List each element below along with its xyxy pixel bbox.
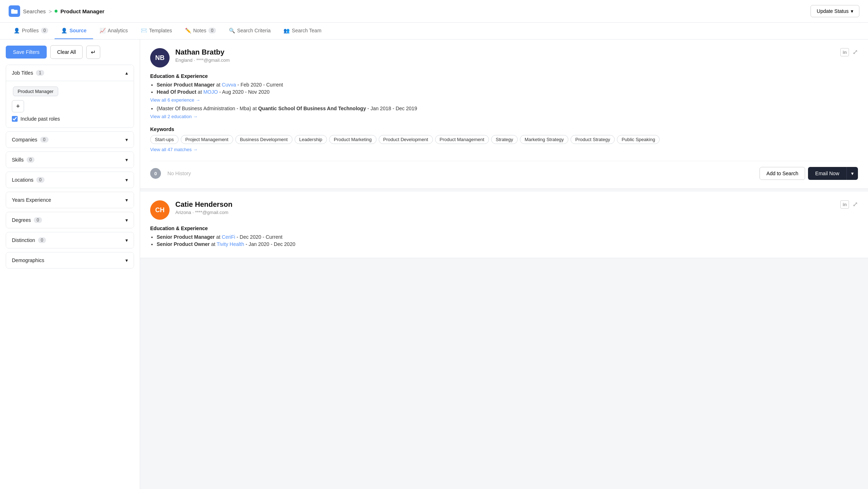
candidate-header-nathan: NB Nathan Bratby England · ****@gmail.co… xyxy=(150,48,230,67)
status-dot xyxy=(55,10,57,13)
company-link-cerifi[interactable]: CeriFi xyxy=(222,234,235,240)
company-link-cuvva[interactable]: Cuvva xyxy=(222,82,236,88)
linkedin-icon[interactable]: in xyxy=(840,48,849,56)
no-history-label: No History xyxy=(167,171,191,176)
exp-item-2: Head Of Product at MOJO - Aug 2020 - Nov… xyxy=(157,89,858,95)
content-area: NB Nathan Bratby England · ****@gmail.co… xyxy=(140,39,868,489)
company-link-mojo[interactable]: MOJO xyxy=(203,89,218,95)
job-titles-tags: Product Manager xyxy=(12,85,128,97)
card-icons-nathan: in ⤢ xyxy=(840,48,858,56)
chevron-down-icon: ▾ xyxy=(125,157,128,163)
filter-job-titles-label: Job Titles xyxy=(12,70,33,76)
degrees-badge: 0 xyxy=(34,217,42,223)
sidebar-actions: Save Filters Clear All ↵ xyxy=(6,45,134,59)
keyword-tag: Business Development xyxy=(235,135,292,144)
candidate-info-catie: Catie Henderson Arizona · ****@gmail.com xyxy=(175,200,232,215)
companies-badge: 0 xyxy=(40,137,49,143)
add-job-title-button[interactable]: + xyxy=(12,100,24,112)
searches-link[interactable]: Searches xyxy=(23,8,46,14)
avatar-catie: CH xyxy=(150,200,170,220)
email-now-group: Email Now ▾ xyxy=(808,167,858,180)
filter-years-experience-header[interactable]: Years Experience ▾ xyxy=(6,192,134,208)
add-to-search-button[interactable]: Add to Search xyxy=(760,167,805,180)
filter-skills: Skills 0 ▾ xyxy=(6,152,134,168)
collapse-sidebar-button[interactable]: ↵ xyxy=(86,46,100,59)
chevron-down-icon: ▾ xyxy=(125,137,128,143)
locations-badge: 0 xyxy=(36,177,45,183)
filter-distinction-header[interactable]: Distinction 0 ▾ xyxy=(6,232,134,248)
history-section: 0 No History xyxy=(150,168,191,179)
filter-locations-header[interactable]: Locations 0 ▾ xyxy=(6,172,134,188)
tab-search-team[interactable]: 👥 Search Team xyxy=(277,23,328,39)
exp-item-catie-1: Senior Product Manager at CeriFi - Dec 2… xyxy=(157,234,858,240)
candidate-info-nathan: Nathan Bratby England · ****@gmail.com xyxy=(175,48,230,63)
company-link-tivity[interactable]: Tivity Health xyxy=(217,241,244,247)
email-now-button[interactable]: Email Now xyxy=(808,167,846,180)
candidate-card-catie: CH Catie Henderson Arizona · ****@gmail.… xyxy=(140,192,868,258)
tab-search-criteria[interactable]: 🔍 Search Criteria xyxy=(222,23,277,39)
chevron-down-icon: ▾ xyxy=(125,197,128,203)
keyword-tag: Product Strategy xyxy=(571,135,615,144)
chevron-down-icon: ▾ xyxy=(125,217,128,223)
tag-product-manager: Product Manager xyxy=(13,87,58,96)
person-icon: 👤 xyxy=(14,28,20,33)
filter-years-experience-label: Years Experience xyxy=(12,197,51,203)
tab-analytics[interactable]: 📈 Analytics xyxy=(93,23,134,39)
include-past-roles-checkbox[interactable] xyxy=(12,116,18,122)
edu-exp-title: Education & Experience xyxy=(150,73,858,79)
view-all-education-link[interactable]: View all 2 education → xyxy=(150,114,198,119)
keyword-tag: Leadership xyxy=(295,135,327,144)
expand-icon[interactable]: ⤢ xyxy=(853,200,858,209)
tab-notes[interactable]: ✏️ Notes 0 xyxy=(179,23,222,39)
expand-icon[interactable]: ⤢ xyxy=(853,48,858,56)
keyword-tag: Public Speaking xyxy=(617,135,660,144)
filter-companies-header[interactable]: Companies 0 ▾ xyxy=(6,132,134,148)
experience-list: Senior Product Manager at Cuvva - Feb 20… xyxy=(150,82,858,95)
email-icon: ✉️ xyxy=(141,28,147,33)
email-now-dropdown-button[interactable]: ▾ xyxy=(846,167,858,180)
keyword-tag: Start-ups xyxy=(150,135,179,144)
include-past-roles-row: Include past roles xyxy=(12,116,128,122)
card-footer-nathan: 0 No History Add to Search Email Now ▾ xyxy=(150,161,858,180)
clear-all-button[interactable]: Clear All xyxy=(50,45,83,59)
keyword-tag: Project Management xyxy=(181,135,233,144)
education-experience-section-catie: Education & Experience Senior Product Ma… xyxy=(150,225,858,247)
education-list: (Master Of Business Administration - Mba… xyxy=(150,106,858,111)
chevron-down-icon: ▾ xyxy=(125,177,128,183)
update-status-button[interactable]: Update Status ▾ xyxy=(811,5,859,17)
keyword-tag: Product Management xyxy=(435,135,489,144)
filter-companies: Companies 0 ▾ xyxy=(6,131,134,148)
profiles-badge: 0 xyxy=(41,28,49,33)
card-icons-catie: in ⤢ xyxy=(840,200,858,209)
main-layout: Save Filters Clear All ↵ Job Titles 1 ▴ … xyxy=(0,39,868,489)
avatar-nathan: NB xyxy=(150,48,170,67)
tab-source[interactable]: 👤 Source xyxy=(55,23,93,39)
pencil-icon: ✏️ xyxy=(185,28,191,33)
filter-locations-label: Locations xyxy=(12,177,33,183)
footer-actions: Add to Search Email Now ▾ xyxy=(760,167,858,180)
view-all-experience-link[interactable]: View all 6 experience → xyxy=(150,97,200,103)
view-all-matches-link[interactable]: View all 47 matches → xyxy=(150,147,198,152)
filter-skills-header[interactable]: Skills 0 ▾ xyxy=(6,152,134,168)
keywords-section: Keywords Start-ups Project Management Bu… xyxy=(150,126,858,155)
keywords-list: Start-ups Project Management Business De… xyxy=(150,135,858,144)
filter-job-titles: Job Titles 1 ▴ Product Manager + Include… xyxy=(6,65,134,128)
filter-degrees: Degrees 0 ▾ xyxy=(6,212,134,228)
keywords-title: Keywords xyxy=(150,126,858,132)
tab-profiles[interactable]: 👤 Profiles 0 xyxy=(7,23,55,39)
chevron-down-icon: ▾ xyxy=(851,8,853,14)
candidate-header-catie: CH Catie Henderson Arizona · ****@gmail.… xyxy=(150,200,232,220)
filter-degrees-header[interactable]: Degrees 0 ▾ xyxy=(6,212,134,228)
filter-demographics-label: Demographics xyxy=(12,257,44,263)
filter-skills-label: Skills xyxy=(12,157,24,163)
linkedin-icon[interactable]: in xyxy=(840,200,849,209)
filter-degrees-label: Degrees xyxy=(12,217,31,223)
collapse-icon: ↵ xyxy=(91,49,96,55)
filter-demographics-header[interactable]: Demographics ▾ xyxy=(6,252,134,268)
save-filters-button[interactable]: Save Filters xyxy=(6,46,47,59)
include-past-roles-label: Include past roles xyxy=(20,116,60,122)
filter-job-titles-header[interactable]: Job Titles 1 ▴ xyxy=(6,65,134,81)
tab-templates[interactable]: ✉️ Templates xyxy=(134,23,179,39)
keyword-tag: Product Marketing xyxy=(329,135,377,144)
edu-item-1: (Master Of Business Administration - Mba… xyxy=(157,106,858,111)
